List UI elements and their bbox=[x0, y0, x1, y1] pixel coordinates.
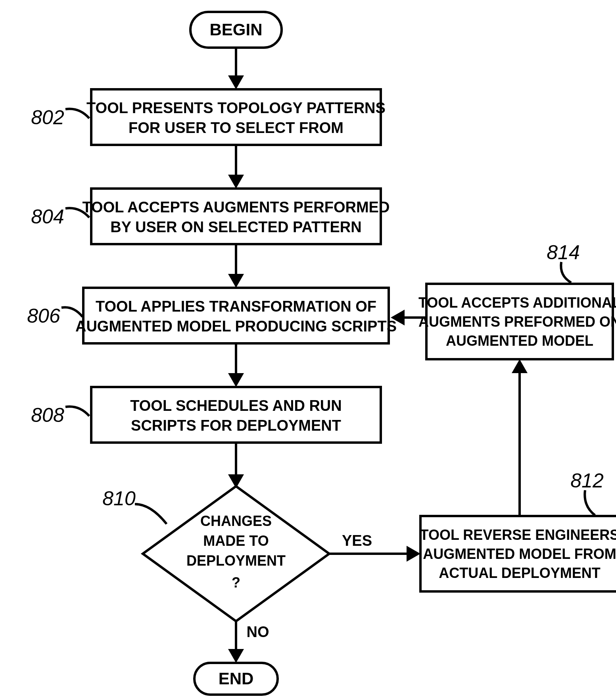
leader-814 bbox=[561, 262, 571, 283]
label-814: 814 bbox=[547, 241, 580, 264]
begin-text: BEGIN bbox=[209, 20, 262, 39]
n808-line2: SCRIPTS FOR DEPLOYMENT bbox=[131, 417, 341, 434]
end-text: END bbox=[219, 669, 254, 688]
n810-line3: DEPLOYMENT bbox=[186, 553, 286, 569]
arrow-806-808 bbox=[228, 343, 244, 387]
node-804: TOOL ACCEPTS AUGMENTS PERFORMED BY USER … bbox=[83, 189, 390, 244]
arrow-802-804 bbox=[228, 145, 244, 189]
label-808: 808 bbox=[31, 404, 64, 426]
n814-line1: TOOL ACCEPTS ADDITIONAL bbox=[418, 295, 616, 311]
begin-terminal: BEGIN bbox=[190, 12, 282, 48]
svg-rect-6 bbox=[91, 189, 381, 244]
label-810: 810 bbox=[102, 487, 136, 510]
arrow-808-810 bbox=[228, 443, 244, 488]
svg-rect-12 bbox=[91, 387, 381, 443]
n812-line3: ACTUAL DEPLOYMENT bbox=[439, 565, 600, 581]
node-802: TOOL PRESENTS TOPOLOGY PATTERNS FOR USER… bbox=[86, 89, 386, 145]
node-812: TOOL REVERSE ENGINEERS AUGMENTED MODEL F… bbox=[420, 516, 616, 591]
svg-marker-2 bbox=[228, 75, 244, 89]
leader-802 bbox=[65, 109, 89, 118]
svg-rect-3 bbox=[91, 89, 381, 145]
end-terminal: END bbox=[194, 663, 278, 695]
arrow-810-812: YES bbox=[329, 532, 420, 562]
n808-line1: TOOL SCHEDULES AND RUN bbox=[130, 397, 342, 414]
n814-line2: AUGMENTS PREFORMED ON bbox=[418, 314, 616, 330]
label-812: 812 bbox=[570, 470, 604, 492]
node-808: TOOL SCHEDULES AND RUN SCRIPTS FOR DEPLO… bbox=[91, 387, 381, 443]
svg-marker-25 bbox=[228, 649, 244, 663]
leader-810 bbox=[135, 504, 167, 524]
n810-line2: MADE TO bbox=[203, 533, 269, 549]
svg-marker-17 bbox=[407, 546, 420, 562]
svg-rect-9 bbox=[83, 288, 389, 343]
yes-label: YES bbox=[342, 532, 372, 549]
n814-line3: AUGMENTED MODEL bbox=[446, 333, 593, 349]
n802-line1: TOOL PRESENTS TOPOLOGY PATTERNS bbox=[86, 100, 386, 116]
n804-line1: TOOL ACCEPTS AUGMENTS PERFORMED bbox=[83, 199, 390, 216]
label-804: 804 bbox=[31, 206, 64, 228]
label-802: 802 bbox=[31, 106, 64, 129]
label-806: 806 bbox=[27, 305, 60, 327]
node-810: CHANGES MADE TO DEPLOYMENT ? bbox=[143, 486, 329, 621]
svg-marker-8 bbox=[228, 274, 244, 288]
svg-marker-20 bbox=[512, 359, 528, 373]
node-814: TOOL ACCEPTS ADDITIONAL AUGMENTS PREFORM… bbox=[418, 284, 616, 359]
leader-812 bbox=[585, 490, 595, 515]
no-label: NO bbox=[247, 624, 269, 640]
n812-line2: AUGMENTED MODEL FROM bbox=[423, 546, 616, 562]
n802-line2: FOR USER TO SELECT FROM bbox=[129, 119, 344, 136]
svg-marker-11 bbox=[228, 373, 244, 387]
svg-marker-5 bbox=[228, 175, 244, 189]
n806-line2: AUGMENTED MODEL PRODUCING SCRIPTS bbox=[75, 318, 397, 335]
n806-line1: TOOL APPLIES TRANSFORMATION OF bbox=[96, 298, 376, 315]
n810-line4: ? bbox=[232, 574, 240, 591]
node-806: TOOL APPLIES TRANSFORMATION OF AUGMENTED… bbox=[75, 288, 397, 343]
leader-808 bbox=[65, 406, 89, 416]
arrow-812-814 bbox=[512, 359, 528, 516]
arrow-begin-802 bbox=[228, 48, 244, 89]
arrow-804-806 bbox=[228, 244, 244, 288]
leader-806 bbox=[61, 307, 83, 317]
n812-line1: TOOL REVERSE ENGINEERS bbox=[420, 527, 616, 543]
arrow-810-end: NO bbox=[228, 621, 269, 663]
n810-line1: CHANGES bbox=[200, 513, 272, 529]
n804-line2: BY USER ON SELECTED PATTERN bbox=[110, 219, 361, 235]
